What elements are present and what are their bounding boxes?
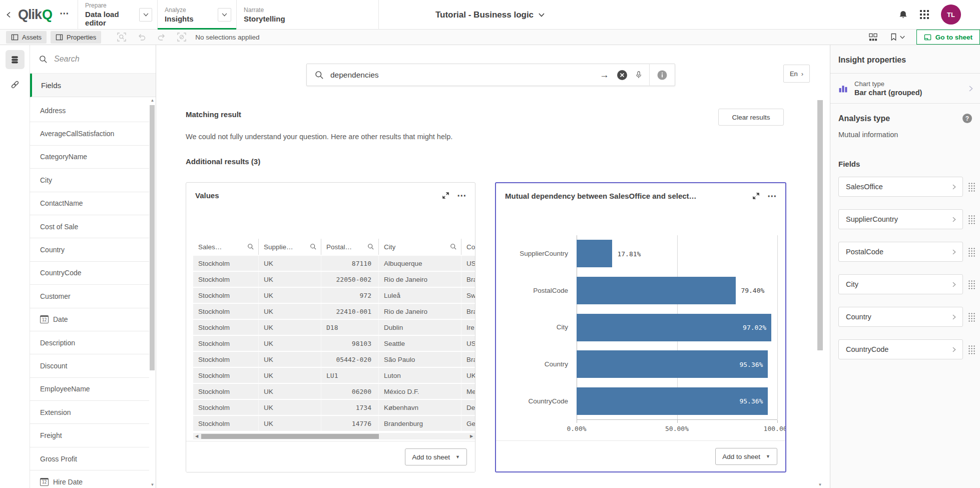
- sidebar-field-date[interactable]: 12Date: [30, 308, 149, 331]
- drag-handle-icon[interactable]: [967, 344, 975, 354]
- scroll-right-icon[interactable]: ▶: [468, 434, 475, 438]
- mutual-dependency-chart-card[interactable]: Mutual dependency between SalesOffice an…: [495, 182, 786, 472]
- column-header-supplie[interactable]: Supplie…: [258, 239, 321, 255]
- drag-handle-icon[interactable]: [967, 247, 975, 257]
- scroll-down-icon[interactable]: ▼: [817, 482, 823, 487]
- app-launcher-grid-icon[interactable]: [920, 10, 929, 19]
- sidebar-field-contactname[interactable]: ContactName: [30, 192, 149, 215]
- undo-selection-icon[interactable]: [137, 33, 146, 42]
- column-header-city[interactable]: City: [378, 239, 461, 255]
- column-header-postal[interactable]: Postal…: [321, 239, 378, 255]
- table-row[interactable]: StockholmUK06200México D.F.Me: [193, 384, 475, 400]
- scroll-up-icon[interactable]: ▲: [149, 98, 156, 103]
- column-header-co[interactable]: Co: [461, 239, 475, 255]
- chart-suggestions-icon[interactable]: [862, 30, 884, 45]
- drag-handle-icon[interactable]: [967, 279, 975, 289]
- column-search-icon[interactable]: [247, 243, 254, 250]
- back-button[interactable]: [0, 0, 17, 30]
- associations-link-icon[interactable]: [6, 75, 25, 94]
- column-search-icon[interactable]: [310, 243, 317, 250]
- values-result-card[interactable]: Values ⋯ Sales…Supplie…Postal…CityCo Sto…: [186, 182, 475, 472]
- expand-icon[interactable]: [752, 192, 760, 200]
- sidebar-field-customer[interactable]: Customer: [30, 285, 149, 308]
- tab-narrate[interactable]: Narrate Storytelling: [236, 0, 379, 30]
- card-menu-icon[interactable]: ⋯: [457, 193, 467, 198]
- properties-button[interactable]: Properties: [51, 31, 101, 44]
- sidebar-field-categoryname[interactable]: CategoryName: [30, 146, 149, 169]
- table-row[interactable]: StockholmUK98103SeattleUS: [193, 336, 475, 352]
- sidebar-field-country[interactable]: Country: [30, 238, 149, 261]
- qlik-logo[interactable]: Qlik Q: [18, 7, 53, 23]
- scrollbar-thumb[interactable]: [817, 100, 823, 350]
- drag-handle-icon[interactable]: [967, 182, 975, 192]
- data-model-icon[interactable]: [6, 50, 25, 69]
- column-header-sales[interactable]: Sales…: [193, 239, 258, 255]
- more-menu-icon[interactable]: ⋯: [53, 8, 78, 22]
- sidebar-field-employeename[interactable]: EmployeeName: [30, 378, 149, 401]
- sidebar-field-freight[interactable]: Freight: [30, 424, 149, 447]
- sidebar-field-cost-of-sale[interactable]: Cost of Sale: [30, 215, 149, 238]
- table-row[interactable]: StockholmUK87110AlbuquerqueUS: [193, 256, 475, 272]
- bar-city[interactable]: 97.02%: [577, 314, 771, 341]
- main-scrollbar[interactable]: ▼: [817, 45, 823, 488]
- bar-suppliercountry[interactable]: 17.81%: [577, 240, 612, 267]
- sidebar-field-hire-date[interactable]: 12Hire Date: [30, 470, 149, 488]
- redo-selection-icon[interactable]: [157, 33, 166, 42]
- card-menu-icon[interactable]: ⋯: [767, 193, 777, 199]
- panel-field-postalcode[interactable]: PostalCode: [838, 242, 963, 262]
- smart-search-selections-icon[interactable]: [117, 33, 126, 42]
- fields-section-header[interactable]: Fields: [30, 74, 156, 97]
- tab-analyze[interactable]: Analyze Insights: [157, 0, 236, 30]
- expand-icon[interactable]: [442, 192, 449, 199]
- sidebar-field-description[interactable]: Description: [30, 331, 149, 354]
- column-search-icon[interactable]: [450, 243, 457, 250]
- scrollbar-thumb[interactable]: [150, 105, 155, 370]
- panel-field-suppliercountry[interactable]: SupplierCountry: [838, 209, 963, 229]
- add-to-sheet-button[interactable]: Add to sheet ▼: [715, 448, 777, 465]
- table-row[interactable]: StockholmUK05442-020São PauloBra: [193, 352, 475, 368]
- bar-postalcode[interactable]: 79.40%: [577, 277, 736, 304]
- sidebar-field-countrycode[interactable]: CountryCode: [30, 262, 149, 285]
- bookmarks-dropdown[interactable]: [884, 30, 911, 45]
- voice-search-mic-icon[interactable]: [635, 71, 642, 79]
- clear-search-icon[interactable]: [617, 70, 628, 81]
- clear-selections-icon[interactable]: [177, 33, 186, 42]
- chart-type-row[interactable]: Chart type Bar chart (grouped): [830, 74, 980, 104]
- notifications-bell-icon[interactable]: [898, 10, 908, 20]
- table-row[interactable]: StockholmUK972LuleåSw: [193, 288, 475, 304]
- language-selector[interactable]: En ›: [783, 65, 810, 83]
- sidebar-search-input[interactable]: [54, 55, 139, 64]
- add-to-sheet-button[interactable]: Add to sheet ▼: [405, 448, 467, 465]
- bar-countrycode[interactable]: 95.36%: [577, 387, 768, 415]
- insight-search-input[interactable]: [330, 71, 600, 80]
- prepare-dropdown-button[interactable]: [139, 8, 152, 22]
- clear-results-button[interactable]: Clear results: [718, 109, 784, 126]
- scroll-left-icon[interactable]: ◀: [193, 434, 200, 438]
- table-row[interactable]: StockholmUKD18DublinIre: [193, 320, 475, 336]
- analyze-dropdown-button[interactable]: [218, 8, 231, 22]
- panel-field-country[interactable]: Country: [838, 307, 963, 327]
- panel-field-city[interactable]: City: [838, 274, 963, 294]
- scroll-down-icon[interactable]: ▼: [149, 482, 156, 487]
- scrollbar-thumb[interactable]: [201, 434, 379, 439]
- sidebar-field-averagecallsatisfaction[interactable]: AverageCallSatisfaction: [30, 122, 149, 145]
- panel-field-salesoffice[interactable]: SalesOffice: [838, 177, 963, 197]
- drag-handle-icon[interactable]: [967, 312, 975, 322]
- submit-search-arrow-icon[interactable]: →: [600, 70, 609, 80]
- table-row[interactable]: StockholmUK1734KøbenhavnDe: [193, 400, 475, 416]
- table-row[interactable]: StockholmUKLU1LutonUK: [193, 368, 475, 384]
- sidebar-field-discount[interactable]: Discount: [30, 354, 149, 377]
- sidebar-field-city[interactable]: City: [30, 169, 149, 192]
- sidebar-field-extension[interactable]: Extension: [30, 401, 149, 424]
- help-icon[interactable]: ?: [962, 114, 972, 123]
- table-row[interactable]: StockholmUK14776BrandenburgGe: [193, 416, 475, 432]
- assets-button[interactable]: Assets: [6, 31, 47, 44]
- sidebar-field-address[interactable]: Address: [30, 99, 149, 122]
- search-info[interactable]: [649, 64, 675, 86]
- drag-handle-icon[interactable]: [967, 214, 975, 224]
- column-search-icon[interactable]: [367, 243, 374, 250]
- table-row[interactable]: StockholmUK22050-002Rio de JaneiroBra: [193, 272, 475, 288]
- table-row[interactable]: StockholmUK22410-001Rio de JaneiroBra: [193, 304, 475, 320]
- go-to-sheet-button[interactable]: Go to sheet: [916, 30, 980, 45]
- bar-country[interactable]: 95.36%: [577, 350, 768, 378]
